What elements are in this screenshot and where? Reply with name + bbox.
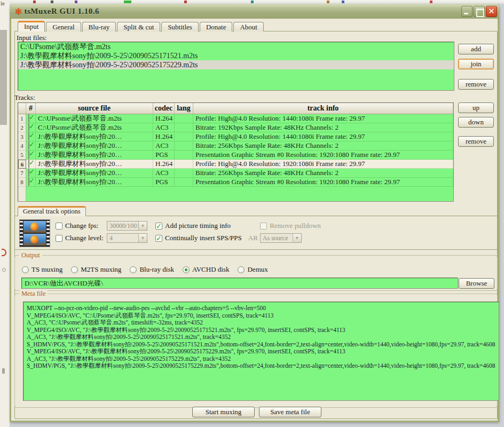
minimize-button[interactable]	[461, 6, 472, 17]
track-codec[interactable]: PGS	[153, 151, 175, 160]
add-picture-timing-checkbox[interactable]	[155, 223, 162, 230]
track-checkbox-cell[interactable]	[26, 141, 36, 151]
track-codec[interactable]: AC3	[153, 169, 175, 178]
track-lang[interactable]	[175, 141, 193, 151]
input-file-item-selected[interactable]: J:\教學觀摩材料sony拍\2009-5-25\20090525175229.…	[18, 60, 454, 69]
tab-donate[interactable]: Donate	[200, 22, 233, 31]
tab-general[interactable]: General	[46, 22, 81, 31]
track-info[interactable]: Profile: High@4.0 Resolution: 1920:1080i…	[193, 160, 453, 169]
track-source[interactable]: J:\教學觀摩材料sony拍\20…	[36, 141, 153, 151]
radio-avchd-disk[interactable]: AVCHD disk	[183, 265, 229, 274]
add-button[interactable]: add	[458, 44, 494, 54]
track-checkbox-cell[interactable]	[26, 132, 36, 141]
row-header[interactable]: 4	[18, 141, 26, 151]
track-checkbox-cell[interactable]	[26, 114, 36, 123]
track-source[interactable]: J:\教學觀摩材料sony拍\20…	[36, 169, 153, 178]
save-meta-file-button[interactable]: Save meta file	[259, 407, 321, 417]
track-lang[interactable]	[175, 114, 193, 123]
track-checkbox[interactable]	[28, 160, 29, 168]
column-header-codec[interactable]: codec	[153, 103, 175, 114]
track-source[interactable]: C:\UPsome\武嶺蔡琴音.m2ts	[36, 114, 153, 123]
column-header-lang[interactable]: lang	[175, 103, 193, 114]
track-info[interactable]: Profile: High@4.0 Resolution: 1440:1080i…	[193, 114, 453, 123]
add-picture-timing-label: Add picture timing info	[165, 222, 231, 230]
track-lang[interactable]	[175, 160, 193, 169]
down-button[interactable]: down	[458, 117, 494, 128]
remove-track-button[interactable]: remove	[458, 136, 494, 147]
track-info[interactable]: Bitrate: 256Kbps Sample Rate: 48KHz Chan…	[193, 169, 453, 178]
join-button[interactable]: join	[458, 59, 494, 69]
radio-ts-muxing[interactable]: TS muxing	[22, 265, 62, 274]
tab-bluray[interactable]: Blu-ray	[82, 22, 116, 31]
row-header-selected[interactable]: 6	[18, 160, 26, 169]
track-codec[interactable]: H.264	[153, 114, 175, 123]
track-source[interactable]: J:\教學觀摩材料sony拍\20…	[36, 151, 153, 160]
track-checkbox-cell[interactable]	[26, 160, 36, 169]
track-info[interactable]: Presentation Graphic Stream #0 Resolutio…	[193, 178, 453, 187]
tab-about[interactable]: About	[233, 22, 264, 31]
track-checkbox-cell[interactable]	[26, 169, 36, 178]
track-lang[interactable]	[175, 151, 193, 160]
row-header[interactable]: 2	[18, 123, 26, 132]
track-source[interactable]: C:\UPsome\武嶺蔡琴音.m2ts	[36, 123, 153, 132]
track-codec[interactable]: PGS	[153, 178, 175, 187]
track-checkbox[interactable]	[28, 141, 29, 150]
row-header[interactable]: 1	[18, 114, 26, 123]
track-source-selected[interactable]: J:\教學觀摩材料sony拍\20…	[36, 160, 153, 169]
up-button[interactable]: up	[458, 102, 494, 113]
column-header-source[interactable]: source file	[36, 103, 153, 114]
track-lang[interactable]	[175, 123, 193, 132]
track-info[interactable]: Profile: High@4.0 Resolution: 1440:1080i…	[193, 132, 453, 141]
change-level-checkbox[interactable]	[56, 235, 62, 242]
track-source[interactable]: J:\教學觀摩材料sony拍\20…	[36, 178, 153, 187]
track-checkbox-cell[interactable]	[26, 151, 36, 160]
continually-insert-checkbox[interactable]	[155, 235, 162, 242]
column-header-num[interactable]: #	[26, 103, 36, 114]
row-header[interactable]: 5	[18, 151, 26, 160]
maximize-button[interactable]	[474, 6, 485, 17]
track-lang[interactable]	[175, 178, 193, 187]
titlebar[interactable]: ✱ tsMuxeR GUI 1.10.6	[10, 4, 499, 19]
row-header[interactable]: 7	[18, 169, 26, 178]
track-info[interactable]: Bitrate: 192Kbps Sample Rate: 48KHz Chan…	[193, 123, 453, 132]
track-checkbox[interactable]	[28, 169, 29, 177]
track-checkbox[interactable]	[28, 151, 29, 159]
row-header[interactable]: 3	[18, 132, 26, 141]
start-muxing-button[interactable]: Start muxing	[192, 407, 255, 417]
remove-file-button[interactable]: remove	[458, 79, 494, 90]
track-checkbox[interactable]	[28, 123, 29, 132]
row-header[interactable]: 8	[18, 178, 26, 187]
radio-bluray-disk[interactable]: Blu-ray disk	[130, 265, 174, 274]
track-checkbox-cell[interactable]	[26, 123, 36, 132]
tab-input[interactable]: Input	[18, 21, 45, 31]
tab-general-track-options[interactable]: General track options	[18, 206, 86, 216]
input-file-item[interactable]: C:\UPsome\武嶺蔡琴音.m2ts	[18, 42, 454, 51]
output-path-field[interactable]: D:\VCR\做出AVCHD光碟\	[21, 278, 458, 289]
track-checkbox-cell[interactable]	[26, 178, 36, 187]
tab-split-cut[interactable]: Split & cut	[117, 22, 160, 31]
radio-label: Demux	[247, 265, 267, 274]
track-lang[interactable]	[175, 132, 193, 141]
tracks-table[interactable]: # source file codec lang track info 1 C:…	[18, 102, 454, 202]
column-header-info[interactable]: track info	[193, 103, 453, 114]
track-info[interactable]: Bitrate: 256Kbps Sample Rate: 48KHz Chan…	[193, 141, 453, 151]
browse-button[interactable]: Browse	[459, 278, 494, 289]
track-codec[interactable]: AC3	[153, 123, 175, 132]
close-button[interactable]	[486, 6, 497, 17]
tab-subtitles[interactable]: Subtitles	[161, 22, 199, 31]
track-codec[interactable]: H.264	[153, 160, 175, 169]
input-files-list[interactable]: C:\UPsome\武嶺蔡琴音.m2ts J:\教學觀摩材料sony拍\2009…	[18, 42, 454, 91]
track-info[interactable]: Presentation Graphic Stream #0 Resolutio…	[193, 151, 453, 160]
track-codec[interactable]: H.264	[153, 132, 175, 141]
change-fps-checkbox[interactable]	[56, 223, 62, 230]
track-source[interactable]: J:\教學觀摩材料sony拍\20…	[36, 132, 153, 141]
radio-demux[interactable]: Demux	[238, 265, 267, 274]
track-checkbox[interactable]	[28, 132, 29, 141]
track-checkbox[interactable]	[28, 178, 29, 186]
input-file-item[interactable]: J:\教學觀摩材料sony拍\2009-5-25\20090525171521.…	[18, 51, 454, 60]
meta-file-textarea[interactable]: MUXOPT --no-pcr-on-video-pid --new-audio…	[23, 302, 499, 401]
track-checkbox[interactable]	[28, 114, 29, 123]
track-lang[interactable]	[175, 169, 193, 178]
radio-m2ts-muxing[interactable]: M2TS muxing	[71, 265, 121, 274]
track-codec[interactable]: AC3	[153, 141, 175, 151]
